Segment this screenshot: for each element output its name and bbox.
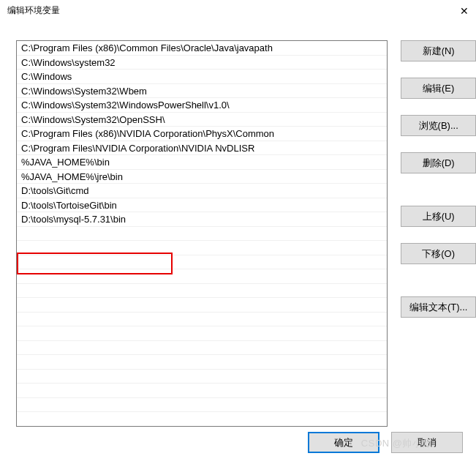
list-item[interactable]: C:\Program Files (x86)\NVIDIA Corporatio… (17, 127, 387, 141)
list-item[interactable] (17, 412, 387, 427)
window-title: 编辑环境变量 (7, 4, 60, 17)
list-item[interactable]: D:\tools\TortoiseGit\bin (17, 198, 387, 213)
list-item[interactable] (17, 269, 387, 284)
browse-button[interactable]: 浏览(B)... (401, 115, 476, 136)
path-listbox[interactable]: C:\Program Files (x86)\Common Files\Orac… (16, 40, 388, 427)
list-item[interactable] (17, 398, 387, 413)
list-item[interactable]: C:\Windows\System32\OpenSSH\ (17, 113, 387, 127)
list-item[interactable] (17, 384, 387, 398)
move-up-button[interactable]: 上移(U) (401, 206, 476, 227)
edit-text-button[interactable]: 编辑文本(T)... (401, 296, 476, 318)
list-item[interactable] (17, 284, 387, 299)
list-item[interactable] (17, 313, 387, 327)
list-item[interactable]: C:\Windows (17, 70, 387, 84)
list-item[interactable]: C:\Program Files\NVIDIA Corporation\NVID… (17, 141, 387, 156)
close-icon[interactable]: ✕ (460, 5, 469, 17)
move-down-button[interactable]: 下移(O) (401, 243, 476, 264)
list-item[interactable] (17, 298, 387, 313)
delete-button[interactable]: 删除(D) (401, 152, 476, 173)
list-item[interactable] (17, 326, 387, 341)
list-item[interactable]: %JAVA_HOME%\bin (17, 155, 387, 170)
list-item[interactable] (17, 341, 387, 356)
ok-button[interactable]: 确定 (308, 432, 379, 453)
list-item[interactable] (17, 255, 387, 270)
cancel-button[interactable]: 取消 (391, 432, 463, 453)
list-item[interactable] (17, 370, 387, 384)
new-button[interactable]: 新建(N) (401, 40, 476, 61)
list-item[interactable]: C:\Windows\System32\Wbem (17, 84, 387, 99)
list-item[interactable]: %JAVA_HOME%\jre\bin (17, 170, 387, 184)
list-item[interactable]: D:\tools\Git\cmd (17, 184, 387, 198)
list-item[interactable]: C:\Windows\System32\WindowsPowerShell\v1… (17, 98, 387, 113)
list-item[interactable]: C:\Program Files (x86)\Common Files\Orac… (17, 41, 387, 56)
edit-button[interactable]: 编辑(E) (401, 78, 476, 99)
list-item[interactable]: D:\tools\mysql-5.7.31\bin (17, 212, 387, 227)
list-item[interactable] (17, 355, 387, 370)
list-item[interactable] (17, 227, 387, 242)
list-item[interactable]: C:\Windows\system32 (17, 56, 387, 70)
list-item[interactable] (17, 241, 387, 255)
